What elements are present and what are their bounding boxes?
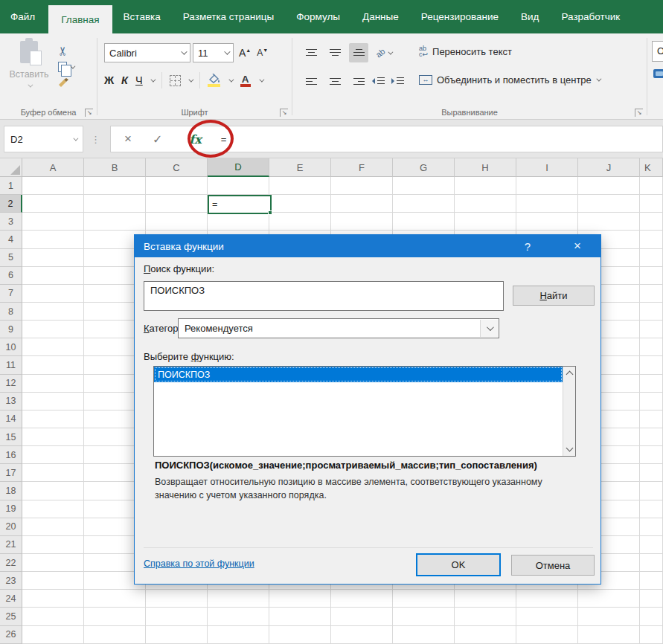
- tab-view[interactable]: Вид: [510, 0, 550, 33]
- cell-A20[interactable]: [22, 518, 84, 536]
- cell-K10[interactable]: [640, 338, 663, 356]
- function-listbox[interactable]: ПОИСКПОЗ: [153, 366, 576, 457]
- cell-I1[interactable]: [516, 177, 578, 195]
- help-link[interactable]: Справка по этой функции: [144, 558, 254, 569]
- enter-icon[interactable]: ✓: [142, 132, 173, 146]
- category-dropdown[interactable]: Рекомендуется: [178, 318, 499, 338]
- cell-A1[interactable]: [22, 177, 84, 195]
- row-header-17[interactable]: 17: [0, 464, 22, 482]
- cell-C25[interactable]: [146, 608, 208, 625]
- cell-K1[interactable]: [640, 177, 663, 195]
- cell-A15[interactable]: [22, 428, 84, 446]
- underline-button[interactable]: Ч: [135, 74, 143, 86]
- align-top-button[interactable]: [301, 43, 321, 62]
- copy-button[interactable]: [58, 59, 92, 75]
- column-header-F[interactable]: F: [331, 158, 393, 177]
- cell-I3[interactable]: [516, 213, 578, 231]
- decrease-indent-icon[interactable]: [371, 77, 385, 88]
- copy-dropdown-icon[interactable]: [70, 63, 75, 68]
- align-left-button[interactable]: [301, 72, 321, 91]
- row-header-6[interactable]: 6: [0, 267, 22, 285]
- column-header-D[interactable]: D: [208, 158, 269, 177]
- category-dropdown-button[interactable]: [480, 320, 498, 337]
- cell-A17[interactable]: [22, 464, 84, 482]
- alignment-dialog-launcher[interactable]: ↘: [635, 109, 643, 117]
- row-header-13[interactable]: 13: [0, 393, 22, 410]
- cell-A18[interactable]: [22, 482, 84, 500]
- cell-C24[interactable]: [146, 590, 208, 608]
- cell-K24[interactable]: [640, 590, 663, 608]
- merge-dropdown-icon[interactable]: [596, 77, 601, 82]
- cell-K26[interactable]: [640, 626, 663, 644]
- row-header-26[interactable]: 26: [0, 626, 22, 644]
- cell-K16[interactable]: [640, 446, 663, 464]
- cell-A13[interactable]: [22, 393, 84, 410]
- cell-C1[interactable]: [146, 177, 208, 195]
- row-header-4[interactable]: 4: [0, 231, 22, 248]
- cell-K22[interactable]: [640, 554, 663, 572]
- paste-button[interactable]: Вставить: [6, 41, 52, 109]
- row-header-9[interactable]: 9: [0, 321, 22, 338]
- cell-F26[interactable]: [331, 626, 393, 644]
- format-painter-button[interactable]: [58, 75, 92, 91]
- cell-E24[interactable]: [269, 590, 331, 608]
- ok-button[interactable]: OK: [416, 553, 501, 576]
- cell-A10[interactable]: [22, 338, 84, 356]
- cell-K15[interactable]: [640, 428, 663, 446]
- cell-A24[interactable]: [22, 590, 84, 608]
- cell-B24[interactable]: [84, 590, 146, 608]
- cell-K17[interactable]: [640, 464, 663, 482]
- cell-J24[interactable]: [578, 590, 640, 608]
- cell-B1[interactable]: [84, 177, 146, 195]
- row-header-18[interactable]: 18: [0, 482, 22, 500]
- cell-K25[interactable]: [640, 608, 663, 625]
- underline-dropdown-icon[interactable]: [150, 77, 156, 82]
- cell-K8[interactable]: [640, 303, 663, 321]
- merge-center-button[interactable]: ↔ Объединить и поместить в центре: [419, 74, 600, 86]
- cell-A14[interactable]: [22, 410, 84, 428]
- row-header-15[interactable]: 15: [0, 428, 22, 446]
- column-header-B[interactable]: B: [84, 158, 146, 177]
- cell-I25[interactable]: [516, 608, 578, 625]
- cell-I26[interactable]: [516, 626, 578, 644]
- column-header-A[interactable]: A: [22, 158, 84, 177]
- cell-D26[interactable]: [208, 626, 269, 644]
- cell-K12[interactable]: [640, 375, 663, 393]
- tab-formulas[interactable]: Формулы: [285, 0, 351, 33]
- cancel-icon[interactable]: ×: [111, 132, 142, 146]
- row-header-12[interactable]: 12: [0, 375, 22, 393]
- tab-insert[interactable]: Вставка: [112, 0, 172, 33]
- font-color-icon[interactable]: А: [240, 74, 252, 87]
- cell-F3[interactable]: [331, 213, 393, 231]
- cell-C3[interactable]: [146, 213, 208, 231]
- tab-page-layout[interactable]: Разметка страницы: [172, 0, 285, 33]
- cell-H24[interactable]: [455, 590, 516, 608]
- cell-J26[interactable]: [578, 626, 640, 644]
- cell-D24[interactable]: [208, 590, 269, 608]
- cell-A6[interactable]: [22, 267, 84, 285]
- clipboard-dialog-launcher[interactable]: ↘: [85, 109, 93, 117]
- shrink-font-button[interactable]: A▼: [257, 48, 268, 58]
- font-dialog-launcher[interactable]: ↘: [280, 109, 288, 117]
- scroll-down-icon[interactable]: [566, 445, 574, 452]
- cancel-button[interactable]: Отмена: [511, 555, 595, 576]
- cell-K5[interactable]: [640, 249, 663, 267]
- cell-K21[interactable]: [640, 536, 663, 554]
- cell-E3[interactable]: [269, 213, 331, 231]
- cell-I24[interactable]: [516, 590, 578, 608]
- name-box[interactable]: D2: [4, 126, 83, 152]
- cell-B3[interactable]: [84, 213, 146, 231]
- column-header-C[interactable]: C: [146, 158, 208, 177]
- search-function-input[interactable]: ПОИСКПОЗ: [144, 281, 504, 311]
- row-header-23[interactable]: 23: [0, 572, 22, 590]
- active-cell[interactable]: =: [208, 195, 272, 214]
- cell-C26[interactable]: [146, 626, 208, 644]
- row-header-25[interactable]: 25: [0, 608, 22, 625]
- column-header-E[interactable]: E: [269, 158, 331, 177]
- row-header-22[interactable]: 22: [0, 554, 22, 572]
- cell-D1[interactable]: [208, 177, 269, 195]
- cell-A26[interactable]: [22, 626, 84, 644]
- cell-K19[interactable]: [640, 500, 663, 518]
- dialog-help-button[interactable]: ?: [513, 235, 542, 257]
- cell-K20[interactable]: [640, 518, 663, 536]
